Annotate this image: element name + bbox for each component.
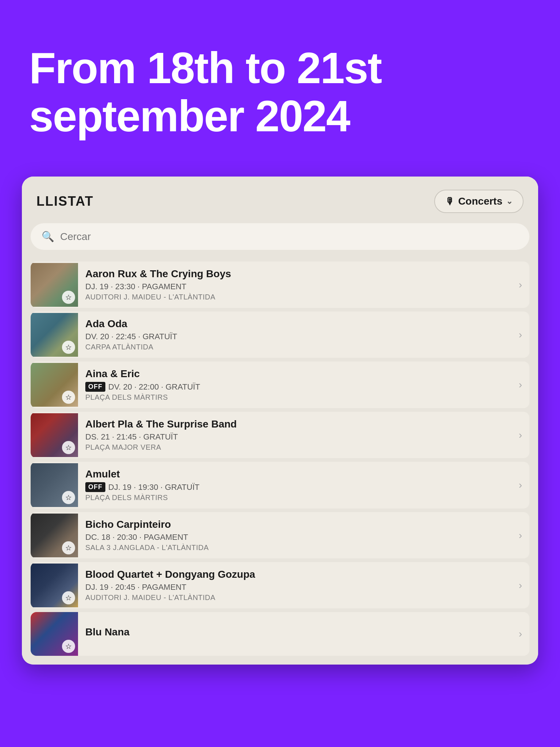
- chevron-right-icon: ›: [519, 530, 529, 541]
- concert-meta: DJ. 19 · 23:30 · PAGAMENT: [85, 282, 512, 291]
- card-header: LLISTAT 🎙 Concerts ⌄: [22, 177, 538, 223]
- concert-venue: PLAÇA DELS MÀRTIRS: [85, 494, 512, 502]
- favorite-star-icon[interactable]: ☆: [62, 441, 75, 454]
- concert-meta: DS. 21 · 21:45 · GRATUÏT: [85, 432, 512, 442]
- chevron-right-icon: ›: [519, 329, 529, 341]
- concert-info: Blood Quartet + Dongyang GozupaDJ. 19 · …: [78, 562, 519, 608]
- list-item[interactable]: ☆Albert Pla & The Surprise BandDS. 21 · …: [31, 412, 529, 458]
- concert-info: AmuletOFFDJ. 19 · 19:30 · GRATUÏTPLAÇA D…: [78, 462, 519, 508]
- favorite-star-icon[interactable]: ☆: [62, 640, 75, 653]
- list-item[interactable]: ☆Aina & EricOFFDV. 20 · 22:00 · GRATUÏTP…: [31, 361, 529, 408]
- concert-date: DV. 20 · 22:45 · GRATUÏT: [85, 332, 177, 341]
- off-badge: OFF: [85, 382, 105, 392]
- chevron-right-icon: ›: [519, 479, 529, 491]
- concert-venue: AUDITORI J. MAIDEU - L'ATLÀNTIDA: [85, 593, 512, 602]
- concert-info: Aina & EricOFFDV. 20 · 22:00 · GRATUÏTPL…: [78, 361, 519, 408]
- favorite-star-icon[interactable]: ☆: [62, 341, 75, 354]
- concert-date: DV. 20 · 22:00 · GRATUÏT: [108, 382, 200, 392]
- search-input[interactable]: [60, 231, 518, 243]
- chevron-right-icon: ›: [519, 580, 529, 591]
- hero-title: From 18th to 21st september 2024: [29, 44, 531, 140]
- concert-info: Ada OdaDV. 20 · 22:45 · GRATUÏTCARPA ATL…: [78, 311, 519, 358]
- concert-date: DJ. 19 · 23:30 · PAGAMENT: [85, 282, 186, 291]
- concert-title: Aina & Eric: [85, 368, 512, 380]
- concert-venue: AUDITORI J. MAIDEU - L'ATLÀNTIDA: [85, 293, 512, 301]
- search-icon: 🔍: [42, 231, 54, 243]
- concert-meta: DJ. 19 · 20:45 · PAGAMENT: [85, 582, 512, 592]
- list-item[interactable]: ☆Ada OdaDV. 20 · 22:45 · GRATUÏTCARPA AT…: [31, 311, 529, 358]
- chevron-right-icon: ›: [519, 279, 529, 291]
- concert-title: Ada Oda: [85, 318, 512, 330]
- concerts-filter-button[interactable]: 🎙 Concerts ⌄: [434, 190, 524, 213]
- chevron-right-icon: ›: [519, 379, 529, 391]
- favorite-star-icon[interactable]: ☆: [62, 391, 75, 404]
- favorite-star-icon[interactable]: ☆: [62, 541, 75, 554]
- concert-info: Blu Nana: [78, 620, 519, 648]
- concert-meta: DV. 20 · 22:45 · GRATUÏT: [85, 332, 512, 341]
- concert-info: Bicho CarpinteiroDC. 18 · 20:30 · PAGAME…: [78, 512, 519, 558]
- hero-section: From 18th to 21st september 2024: [0, 0, 560, 169]
- list-item[interactable]: ☆Bicho CarpinteiroDC. 18 · 20:30 · PAGAM…: [31, 512, 529, 558]
- list-item[interactable]: ☆Blu Nana›: [31, 612, 529, 656]
- list-item[interactable]: ☆Blood Quartet + Dongyang GozupaDJ. 19 ·…: [31, 562, 529, 608]
- search-container: 🔍: [22, 223, 538, 259]
- concert-title: Aaron Rux & The Crying Boys: [85, 268, 512, 280]
- list-item[interactable]: ☆Aaron Rux & The Crying BoysDJ. 19 · 23:…: [31, 262, 529, 308]
- concert-date: DS. 21 · 21:45 · GRATUÏT: [85, 432, 178, 442]
- main-card: LLISTAT 🎙 Concerts ⌄ 🔍 ☆Aaron Rux & The …: [22, 177, 538, 665]
- off-badge: OFF: [85, 482, 105, 492]
- concert-venue: SALA 3 J.ANGLADA - L'ATLÀNTIDA: [85, 543, 512, 552]
- concert-title: Bicho Carpinteiro: [85, 519, 512, 530]
- concert-date: DC. 18 · 20:30 · PAGAMENT: [85, 533, 188, 542]
- concert-title: Albert Pla & The Surprise Band: [85, 418, 512, 430]
- concert-date: DJ. 19 · 20:45 · PAGAMENT: [85, 582, 186, 592]
- concert-venue: CARPA ATLÀNTIDA: [85, 343, 512, 351]
- concert-info: Aaron Rux & The Crying BoysDJ. 19 · 23:3…: [78, 262, 519, 308]
- chevron-down-icon: ⌄: [506, 197, 513, 206]
- favorite-star-icon[interactable]: ☆: [62, 591, 75, 604]
- concert-title: Blood Quartet + Dongyang Gozupa: [85, 569, 512, 580]
- concerts-list: ☆Aaron Rux & The Crying BoysDJ. 19 · 23:…: [22, 259, 538, 665]
- concert-meta: OFFDJ. 19 · 19:30 · GRATUÏT: [85, 482, 512, 492]
- concert-title: Blu Nana: [85, 626, 512, 638]
- concert-meta: OFFDV. 20 · 22:00 · GRATUÏT: [85, 382, 512, 392]
- list-item[interactable]: ☆AmuletOFFDJ. 19 · 19:30 · GRATUÏTPLAÇA …: [31, 462, 529, 508]
- mic-icon: 🎙: [445, 196, 455, 207]
- concert-title: Amulet: [85, 468, 512, 480]
- concert-date: DJ. 19 · 19:30 · GRATUÏT: [108, 483, 199, 492]
- favorite-star-icon[interactable]: ☆: [62, 491, 75, 504]
- favorite-star-icon[interactable]: ☆: [62, 291, 75, 304]
- concert-venue: PLAÇA MAJOR VERA: [85, 443, 512, 452]
- chevron-right-icon: ›: [519, 628, 529, 640]
- search-bar: 🔍: [31, 223, 529, 250]
- brand-logo: LLISTAT: [36, 194, 94, 209]
- chevron-right-icon: ›: [519, 429, 529, 441]
- concerts-button-label: Concerts: [458, 196, 502, 207]
- concert-meta: DC. 18 · 20:30 · PAGAMENT: [85, 533, 512, 542]
- concert-venue: PLAÇA DELS MÀRTIRS: [85, 393, 512, 402]
- concert-info: Albert Pla & The Surprise BandDS. 21 · 2…: [78, 412, 519, 458]
